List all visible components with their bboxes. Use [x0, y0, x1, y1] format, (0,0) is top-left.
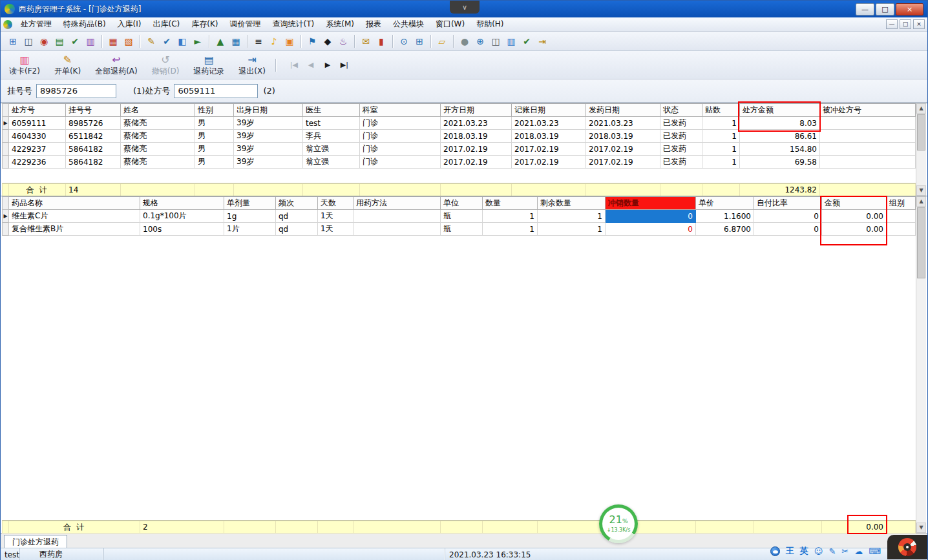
scroll-up-icon[interactable]: ▲	[916, 196, 926, 207]
column-header-1[interactable]: 挂号号	[66, 104, 121, 117]
mdi-close-button[interactable]: ×	[913, 19, 925, 29]
ime-pen-icon[interactable]: ✎	[828, 546, 836, 556]
column-header-9[interactable]: 发药日期	[586, 104, 660, 117]
cell[interactable]: 2017.02.19	[586, 143, 660, 156]
menu-item-6[interactable]: 调价管理	[224, 17, 267, 31]
cell[interactable]: 39岁	[234, 156, 303, 169]
ime-smiley-icon[interactable]: ☺	[814, 546, 823, 556]
menu-item-10[interactable]: 公共模块	[387, 17, 430, 31]
cell[interactable]: 门诊	[360, 143, 441, 156]
column-header-13[interactable]: 组别	[887, 197, 916, 210]
cell[interactable]: 0	[754, 210, 822, 223]
cell[interactable]: 0	[754, 223, 822, 236]
cell[interactable]: 1	[483, 223, 538, 236]
cell[interactable]: 2017.02.19	[512, 143, 586, 156]
menu-item-3[interactable]: 入库(I)	[112, 17, 147, 31]
column-header-4[interactable]: 天数	[318, 197, 353, 210]
cell[interactable]: 蔡储亮	[121, 143, 195, 156]
cell[interactable]: 1天	[318, 210, 353, 223]
cell[interactable]: 8985726	[66, 117, 121, 130]
exit-button[interactable]: ⇥退出(X)	[234, 52, 270, 78]
table-row[interactable]: 42292375864182蔡储亮男39岁翁立强门诊2017.02.192017…	[3, 143, 916, 156]
cell[interactable]	[820, 117, 916, 130]
cell[interactable]: 男	[195, 130, 234, 143]
cell[interactable]: 100s	[140, 223, 224, 236]
cell[interactable]: 6.8700	[696, 223, 754, 236]
column-header-1[interactable]: 规格	[140, 197, 224, 210]
table-row[interactable]: 42292365864182蔡储亮男39岁翁立强门诊2017.02.192017…	[3, 156, 916, 169]
cell[interactable]: 0.1g*100片	[140, 210, 224, 223]
column-header-12[interactable]: 金额	[822, 197, 887, 210]
cell[interactable]: 复合维生素B片	[9, 223, 140, 236]
table-row[interactable]: ▶维生素C片0.1g*100片1gqd1天瓶1101.160000.00	[3, 210, 916, 223]
printer-icon[interactable]: ◫	[21, 34, 36, 48]
ink-bottle-icon[interactable]: ◆	[321, 34, 335, 48]
cell[interactable]	[887, 223, 916, 236]
cell[interactable]: 男	[195, 143, 234, 156]
maximize-button[interactable]: □	[876, 3, 894, 16]
cell[interactable]: 瓶	[441, 223, 483, 236]
cell[interactable]: 2021.03.23	[512, 117, 586, 130]
column-header-2[interactable]: 单剂量	[224, 197, 276, 210]
undo-button[interactable]: ↺撤销(D)	[147, 52, 184, 78]
nav-prev-button[interactable]: ◀	[304, 59, 317, 72]
cell[interactable]: 1片	[224, 223, 276, 236]
rx-no-input[interactable]	[174, 84, 258, 98]
menu-item-2[interactable]: 特殊药品(B)	[58, 17, 112, 31]
cell[interactable]: 1g	[224, 210, 276, 223]
menu-item-12[interactable]: 帮助(H)	[470, 17, 509, 31]
zoom-icon[interactable]: ⊙	[397, 34, 411, 48]
cell[interactable]: 蔡储亮	[121, 130, 195, 143]
table-row[interactable]: ▶60591118985726蔡储亮男39岁test门诊2021.03.2320…	[3, 117, 916, 130]
package-icon[interactable]: ▣	[282, 34, 297, 48]
zoom-in-icon[interactable]: ⊕	[473, 34, 487, 48]
cell[interactable]: 翁立强	[303, 143, 360, 156]
ime-cloud-icon[interactable]: ☁	[854, 546, 863, 556]
verify-doc-icon[interactable]: ✔	[160, 34, 174, 48]
cell[interactable]: 5864182	[66, 143, 121, 156]
table-row[interactable]: 46043306511842蔡储亮男39岁李兵门诊2018.03.192018.…	[3, 130, 916, 143]
menu-item-5[interactable]: 库存(K)	[185, 17, 224, 31]
cell[interactable]: 蔡储亮	[121, 156, 195, 169]
column-header-4[interactable]: 出身日期	[234, 104, 303, 117]
corner-tool-widget[interactable]	[887, 535, 927, 559]
column-header-10[interactable]: 单价	[696, 197, 754, 210]
menu-item-8[interactable]: 系统(M)	[320, 17, 360, 31]
cell[interactable]: 0.00	[822, 210, 887, 223]
folder-icon[interactable]: ▱	[435, 34, 449, 48]
scrollbar-track[interactable]	[916, 279, 926, 523]
column-header-7[interactable]: 开方日期	[441, 104, 512, 117]
cell[interactable]: 4604330	[9, 130, 66, 143]
cell[interactable]: 男	[195, 117, 234, 130]
scrollbar-track[interactable]	[916, 151, 926, 185]
tab-outpatient-return[interactable]: 门诊处方退药	[4, 535, 67, 548]
cell[interactable]: 1	[702, 117, 740, 130]
cell[interactable]: 4229237	[9, 143, 66, 156]
pin-icon[interactable]: ⚑	[305, 34, 319, 48]
cell[interactable]: 8.03	[740, 117, 820, 130]
cell[interactable]: 已发药	[660, 117, 702, 130]
cell[interactable]: 2018.03.19	[512, 130, 586, 143]
column-header-3[interactable]: 频次	[276, 197, 318, 210]
cell[interactable]: 门诊	[360, 130, 441, 143]
create-order-button[interactable]: ✎开单(K)	[50, 52, 85, 78]
cell[interactable]: 4229236	[9, 156, 66, 169]
ime-logo-icon[interactable]	[770, 546, 780, 556]
report-chart-icon[interactable]: ▦	[229, 34, 243, 48]
column-header-8[interactable]: 剩余数量	[538, 197, 606, 210]
export-icon[interactable]: ⇥	[535, 34, 549, 48]
cell[interactable]: test	[303, 117, 360, 130]
cell[interactable]: qd	[276, 223, 318, 236]
cell[interactable]: 1	[538, 210, 606, 223]
cell[interactable]: 门诊	[360, 117, 441, 130]
cell[interactable]: 翁立强	[303, 156, 360, 169]
cell[interactable]: 6511842	[66, 130, 121, 143]
nav-next-button[interactable]: ▶	[321, 59, 334, 72]
cell[interactable]	[887, 210, 916, 223]
books-icon[interactable]: ▥	[83, 34, 98, 48]
drug-detail-scrollbar[interactable]: ▲ ▼	[916, 196, 926, 533]
column-header-3[interactable]: 性别	[195, 104, 234, 117]
edit-doc-icon[interactable]: ✎	[144, 34, 158, 48]
cell[interactable]: 69.58	[740, 156, 820, 169]
cell[interactable]	[353, 210, 441, 223]
